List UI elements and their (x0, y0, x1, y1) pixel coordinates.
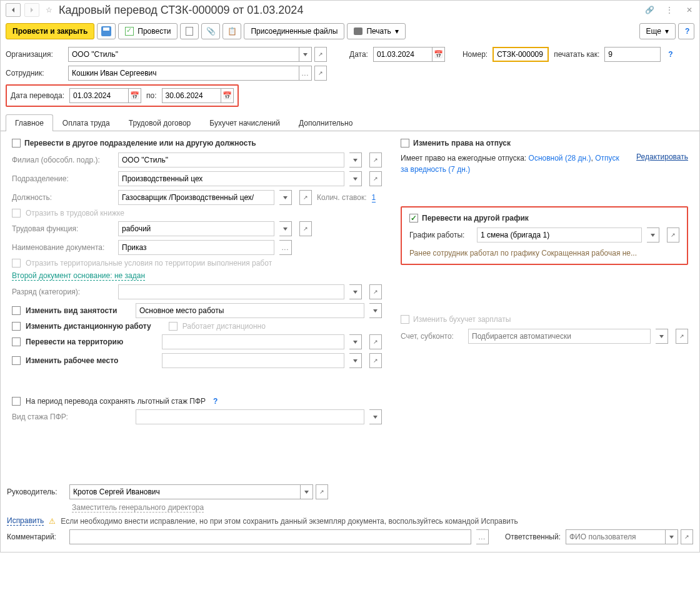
kebab-icon[interactable]: ⋮ (664, 5, 674, 15)
date-input[interactable] (373, 47, 432, 62)
dept-input[interactable] (118, 171, 344, 186)
func-open[interactable]: ↗ (299, 221, 312, 236)
attached-files-button[interactable]: Присоединенные файлы (244, 23, 344, 39)
emptype-input[interactable] (136, 303, 364, 318)
grade-dd[interactable] (349, 284, 362, 299)
branch-input[interactable] (118, 152, 344, 168)
chk-acc[interactable] (401, 315, 409, 324)
pfr-input[interactable] (136, 409, 364, 424)
func-input[interactable] (118, 221, 274, 236)
org-input[interactable] (68, 47, 299, 62)
chk-acc-label: Изменить бухучет зарплаты (413, 315, 511, 324)
sched-input[interactable] (477, 228, 642, 242)
vacation-link-main[interactable]: Основной (28 дн.) (529, 154, 591, 162)
transdate-from-cal[interactable]: 📅 (129, 88, 141, 103)
resp-dd[interactable] (666, 529, 678, 544)
emp-select[interactable]: ... (299, 66, 312, 81)
acc-open[interactable]: ↗ (676, 329, 688, 344)
link-icon[interactable]: 🔗 (644, 5, 654, 15)
func-dd[interactable] (279, 221, 292, 236)
branch-dd[interactable] (349, 152, 362, 168)
chk-territory-label: Перевести на территорию (26, 338, 157, 346)
attach-button[interactable]: 📎 (201, 23, 220, 39)
transdate-to[interactable] (162, 88, 221, 103)
print-label: Печать (366, 27, 391, 36)
tab-extra[interactable]: Дополнительно (289, 114, 362, 131)
workplace-open[interactable]: ↗ (369, 353, 382, 368)
org-open[interactable]: ↗ (314, 47, 327, 62)
comment-select[interactable]: ... (476, 529, 489, 544)
stamp-button[interactable]: 📋 (222, 23, 241, 39)
comment-input[interactable] (69, 529, 471, 544)
grade-input[interactable] (118, 284, 344, 299)
org-dropdown[interactable] (299, 47, 312, 62)
transdate-to-cal[interactable]: 📅 (221, 88, 234, 103)
chk-transfer-dept[interactable] (12, 139, 21, 148)
emp-input[interactable] (68, 66, 299, 81)
docname-select[interactable]: ... (279, 240, 292, 255)
chk-territory[interactable] (12, 338, 21, 346)
transdate-from[interactable] (69, 88, 129, 103)
rates-link[interactable]: 1 (372, 193, 376, 202)
chk-workbook-label: Отразить в трудовой книжке (26, 209, 124, 218)
chk-territory-cond[interactable] (12, 259, 21, 268)
branch-open[interactable]: ↗ (369, 152, 382, 168)
territory-open[interactable]: ↗ (369, 334, 382, 349)
back-button[interactable] (6, 3, 21, 17)
head-open[interactable]: ↗ (316, 484, 328, 499)
tab-main[interactable]: Главное (6, 114, 53, 131)
acc-dd[interactable] (656, 329, 668, 344)
more-button[interactable]: Еще ▾ (639, 23, 676, 39)
printas-input[interactable] (604, 47, 661, 62)
post-button[interactable]: Провести (118, 23, 178, 39)
pfr-dd[interactable] (369, 409, 382, 424)
close-icon[interactable]: ✕ (684, 5, 694, 15)
territory-dd[interactable] (349, 334, 362, 349)
pfr-help-icon[interactable]: ? (213, 397, 218, 406)
emp-open[interactable]: ↗ (314, 66, 327, 81)
docname-input[interactable] (118, 240, 274, 255)
chk-remote[interactable] (12, 322, 21, 331)
sched-open[interactable]: ↗ (667, 228, 679, 242)
chk-workbook[interactable] (12, 209, 21, 218)
pos-dd[interactable] (279, 190, 292, 205)
tab-contract[interactable]: Трудовой договор (119, 114, 200, 131)
print-button[interactable]: Печать▾ (347, 23, 405, 39)
acc-input[interactable] (468, 329, 651, 344)
help-icon[interactable]: ? (668, 50, 672, 59)
doc-button[interactable] (180, 23, 199, 39)
territory-input[interactable] (162, 334, 344, 349)
resp-open[interactable]: ↗ (681, 529, 693, 544)
dept-dd[interactable] (349, 171, 362, 186)
chk-schedule[interactable] (409, 214, 418, 222)
star-icon[interactable]: ☆ (46, 6, 52, 14)
chk-workplace[interactable] (12, 356, 21, 365)
pos-input[interactable] (118, 190, 274, 205)
chk-emptype[interactable] (12, 306, 21, 315)
head-input[interactable] (69, 484, 301, 499)
num-input[interactable] (492, 47, 549, 62)
save-button[interactable] (97, 23, 116, 39)
head-dd[interactable] (301, 484, 313, 499)
pos-open[interactable]: ↗ (299, 190, 312, 205)
second-doc-link[interactable]: Второй документ основание: не задан (12, 271, 145, 281)
fix-link[interactable]: Исправить (7, 516, 44, 526)
vacation-edit-link[interactable]: Редактировать (636, 152, 688, 175)
tab-acc[interactable]: Бухучет начислений (200, 114, 289, 131)
dept-open[interactable]: ↗ (369, 171, 382, 186)
chk-vacation[interactable] (401, 139, 409, 148)
help-button[interactable]: ? (678, 23, 694, 39)
emptype-dd[interactable] (369, 303, 382, 318)
sched-dd[interactable] (647, 228, 659, 242)
workplace-input[interactable] (162, 353, 344, 368)
date-cal[interactable]: 📅 (432, 47, 445, 62)
chk-remote-work[interactable] (169, 322, 178, 331)
resp-input[interactable] (566, 529, 666, 544)
head-sub[interactable]: Заместитель генерального директора (72, 503, 204, 512)
post-close-button[interactable]: Провести и закрыть (6, 23, 94, 39)
tab-pay[interactable]: Оплата труда (53, 114, 119, 131)
forward-button[interactable] (24, 3, 39, 17)
workplace-dd[interactable] (349, 353, 362, 368)
grade-open[interactable]: ↗ (369, 284, 382, 299)
chk-pfr[interactable] (12, 397, 21, 406)
